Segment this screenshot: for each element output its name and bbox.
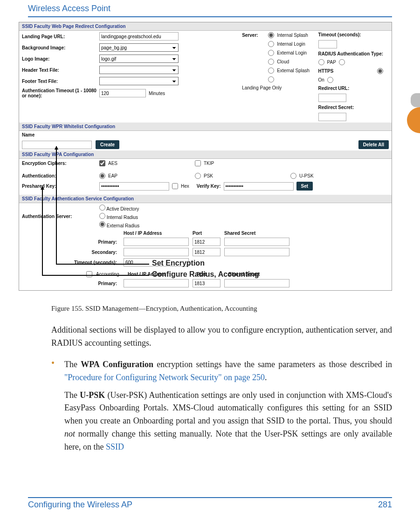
radius-type[interactable]: [339, 59, 345, 65]
auth-radio[interactable]: [195, 173, 201, 179]
opt: PSK: [204, 173, 213, 178]
header-rule: [28, 16, 392, 17]
opt: Landing Page Only: [242, 85, 282, 90]
label: HTTPS: [318, 68, 374, 74]
label: Landing Page URL:: [22, 34, 96, 39]
footer-select[interactable]: [99, 77, 179, 85]
https-radio[interactable]: [377, 68, 383, 74]
hex-checkbox[interactable]: [172, 183, 178, 189]
col: Shared Secret: [224, 231, 289, 236]
footer-section: Configuring the Wireless AP: [28, 500, 132, 510]
server-radio[interactable]: [268, 41, 274, 47]
text: U-PSK: [80, 390, 105, 400]
preshared-key-input[interactable]: [99, 182, 169, 191]
https-radio[interactable]: [327, 77, 333, 83]
text: .: [265, 373, 267, 382]
opt: External Login: [277, 50, 307, 55]
server-radio[interactable]: [268, 68, 274, 74]
label: Primary:: [22, 281, 120, 286]
acct-port[interactable]: [193, 279, 220, 287]
link[interactable]: "Procedure for Configuring Network Secur…: [64, 373, 265, 382]
secondary-port[interactable]: [193, 248, 220, 256]
primary-host[interactable]: [124, 238, 189, 246]
authsrv-radio[interactable]: [99, 221, 105, 227]
primary-secret[interactable]: [224, 238, 289, 246]
set-button[interactable]: Set: [296, 182, 313, 191]
label: Redirect Secret:: [318, 105, 374, 110]
label: Authentication:: [22, 173, 96, 178]
arrow: [56, 264, 149, 265]
text: (User-PSK) Authentication settings are o…: [64, 390, 392, 426]
text: The: [64, 360, 81, 369]
col: Host / IP Address: [124, 231, 189, 236]
verify-key-input[interactable]: [224, 182, 294, 191]
server-radio[interactable]: [268, 76, 274, 82]
label: Encryption Ciphers:: [22, 161, 96, 166]
opt: EAP: [108, 173, 117, 178]
acct-secret[interactable]: [224, 279, 289, 287]
label: Timeout (seconds):: [318, 32, 374, 37]
auth-radio[interactable]: [99, 173, 105, 179]
unit: Minutes: [149, 91, 165, 96]
delete-all-button[interactable]: Delete All: [358, 140, 389, 149]
opt: PAP: [327, 60, 336, 65]
body-paragraph: Additional sections will be displayed to…: [51, 324, 392, 350]
secondary-host[interactable]: [124, 248, 189, 256]
opt: On: [318, 77, 324, 82]
tkip-checkbox[interactable]: [195, 160, 201, 166]
timeout-input[interactable]: [318, 40, 337, 48]
authsrv-radio[interactable]: [99, 213, 105, 219]
opt: Hex: [181, 184, 189, 189]
opt: Accounting: [96, 272, 124, 277]
section-wpa: SSID Faculty WPA Configuration: [19, 150, 392, 159]
link[interactable]: SSID: [106, 442, 124, 451]
server-radio[interactable]: [268, 59, 274, 65]
redirect-secret-input[interactable]: [318, 113, 346, 121]
label: Secondary:: [22, 250, 120, 255]
redirect-url-input[interactable]: [318, 94, 346, 102]
opt: Cloud: [277, 59, 289, 64]
text: WPA Configuration: [81, 360, 153, 369]
section-authservice: SSID Faculty Authentication Service Conf…: [19, 195, 392, 203]
col: Port: [193, 231, 220, 236]
callout-set-encryption: Set Encryption: [152, 259, 205, 267]
label: Header Text File:: [22, 68, 96, 73]
acct-host[interactable]: [124, 279, 189, 287]
landing-url-input[interactable]: [99, 32, 179, 41]
label: Redirect URL:: [318, 86, 374, 91]
bullet-dot: •: [51, 358, 64, 454]
arrow: [42, 275, 149, 276]
authsrv-radio[interactable]: [99, 205, 105, 211]
aes-checkbox[interactable]: [99, 160, 105, 166]
opt: Internal Splash: [277, 33, 308, 38]
opt: U-PSK: [299, 173, 314, 178]
opt: External Radius: [107, 223, 140, 228]
bullet-item: • The WPA Configuration encryption setti…: [51, 358, 392, 454]
logo-select[interactable]: logo.gif: [99, 55, 179, 63]
label: Verify Key:: [197, 184, 221, 189]
primary-port[interactable]: [193, 238, 220, 246]
section-webredirect: SSID Faculty Web Page Redirect Configura…: [19, 22, 392, 31]
label: Logo Image:: [22, 56, 96, 61]
callout-configure-radius: Configure Radius, Accounting: [152, 270, 259, 279]
opt: Internal Login: [277, 41, 305, 47]
secondary-secret[interactable]: [224, 248, 289, 256]
col-name: Name: [22, 132, 34, 137]
screenshot: SSID Faculty Web Page Redirect Configura…: [19, 22, 392, 291]
bg-select[interactable]: page_bg.jpg: [99, 43, 179, 52]
server-radio[interactable]: [268, 32, 274, 38]
arrow: [56, 146, 57, 264]
header-select[interactable]: [99, 66, 179, 74]
auth-timeout-input[interactable]: [99, 89, 146, 97]
opt: Internal Radius: [107, 215, 138, 220]
label: Background Image:: [22, 45, 96, 50]
section-whitelist: SSID Faculty WPR Whitelist Configuration: [19, 123, 392, 131]
arrow: [42, 186, 43, 275]
create-button[interactable]: Create: [96, 140, 119, 149]
accounting-checkbox[interactable]: [86, 271, 92, 277]
server-radio[interactable]: [268, 50, 274, 56]
auth-radio[interactable]: [290, 173, 296, 179]
radius-type[interactable]: [318, 59, 324, 65]
label: Footer Text File:: [22, 79, 96, 84]
label: RADIUS Authentication Type:: [318, 51, 388, 56]
